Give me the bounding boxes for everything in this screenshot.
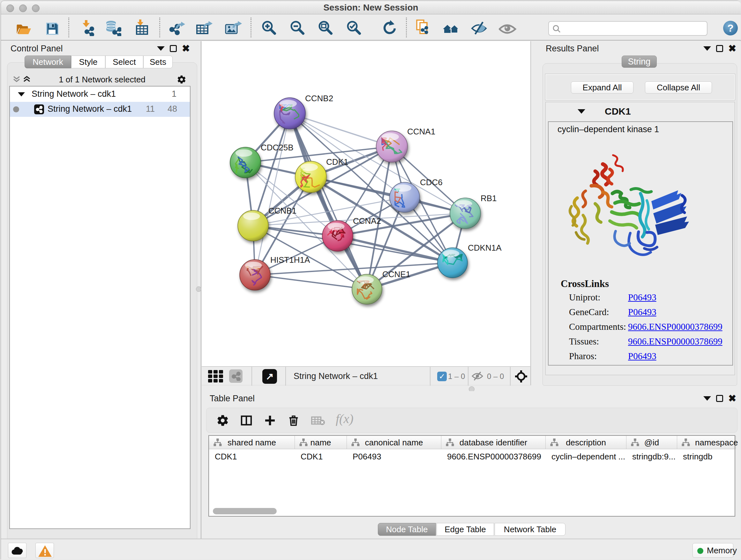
svg-text:CCNA1: CCNA1 [407, 127, 435, 136]
svg-text:CDK1: CDK1 [326, 157, 348, 167]
svg-text:CCNB1: CCNB1 [268, 206, 296, 215]
svg-text:CDC25B: CDC25B [261, 143, 293, 152]
svg-text:CCNE1: CCNE1 [382, 269, 410, 279]
svg-text:CCNB2: CCNB2 [305, 94, 333, 103]
svg-text:HIST1H1A: HIST1H1A [270, 255, 310, 265]
svg-text:CCNA2: CCNA2 [353, 216, 381, 226]
svg-text:RB1: RB1 [481, 193, 497, 203]
svg-text:CDKN1A: CDKN1A [468, 243, 502, 253]
svg-text:CDC6: CDC6 [420, 178, 443, 187]
